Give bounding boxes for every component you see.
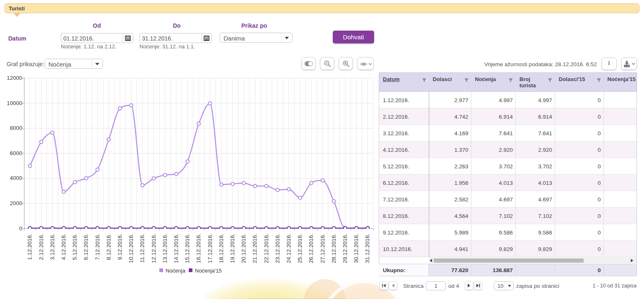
- svg-text:20.12.2016.: 20.12.2016.: [240, 234, 247, 263]
- svg-text:5.12.2016.: 5.12.2016.: [72, 234, 78, 260]
- svg-text:13.12.2016.: 13.12.2016.: [162, 234, 168, 263]
- svg-text:Noćenja: Noćenja: [166, 268, 185, 274]
- svg-text:15.12.2016.: 15.12.2016.: [184, 234, 190, 263]
- svg-text:28.12.2016.: 28.12.2016.: [331, 234, 337, 263]
- svg-text:14.12.2016.: 14.12.2016.: [173, 234, 179, 263]
- svg-text:21.12.2016.: 21.12.2016.: [252, 234, 258, 263]
- svg-text:Noćenja'15: Noćenja'15: [195, 268, 222, 274]
- svg-text:8.12.2016.: 8.12.2016.: [106, 234, 112, 260]
- svg-text:19.12.2016.: 19.12.2016.: [229, 234, 235, 263]
- svg-text:2.12.2016.: 2.12.2016.: [38, 234, 44, 260]
- svg-text:22.12.2016.: 22.12.2016.: [263, 234, 269, 263]
- svg-text:0: 0: [19, 225, 22, 232]
- svg-text:24.12.2016.: 24.12.2016.: [286, 234, 292, 263]
- svg-text:26.12.2016.: 26.12.2016.: [308, 234, 314, 263]
- svg-text:12000: 12000: [7, 75, 22, 81]
- svg-text:4000: 4000: [10, 175, 22, 181]
- svg-text:18.12.2016.: 18.12.2016.: [218, 234, 224, 263]
- svg-text:17.12.2016.: 17.12.2016.: [207, 234, 213, 263]
- svg-text:25.12.2016.: 25.12.2016.: [297, 234, 303, 263]
- svg-text:6.12.2016.: 6.12.2016.: [83, 234, 89, 260]
- svg-text:7.12.2016.: 7.12.2016.: [94, 234, 101, 260]
- svg-text:30.12.2016.: 30.12.2016.: [353, 234, 359, 263]
- svg-text:16.12.2016.: 16.12.2016.: [195, 234, 202, 263]
- svg-text:1.12.2016.: 1.12.2016.: [26, 234, 33, 260]
- svg-text:8000: 8000: [10, 125, 22, 131]
- svg-text:27.12.2016.: 27.12.2016.: [320, 234, 326, 263]
- svg-text:31.12.2016.: 31.12.2016.: [364, 234, 370, 263]
- svg-text:12.12.2016.: 12.12.2016.: [151, 234, 157, 263]
- svg-text:29.12.2016.: 29.12.2016.: [342, 234, 348, 263]
- svg-text:3.12.2016.: 3.12.2016.: [49, 234, 55, 260]
- svg-text:10.12.2016.: 10.12.2016.: [128, 234, 134, 263]
- svg-text:11.12.2016.: 11.12.2016.: [139, 234, 145, 263]
- svg-text:4.12.2016.: 4.12.2016.: [60, 234, 67, 260]
- svg-text:2000: 2000: [10, 200, 22, 206]
- svg-text:6000: 6000: [10, 150, 22, 156]
- svg-text:23.12.2016.: 23.12.2016.: [274, 234, 281, 263]
- svg-text:9.12.2016.: 9.12.2016.: [117, 234, 123, 260]
- svg-text:10000: 10000: [7, 100, 22, 106]
